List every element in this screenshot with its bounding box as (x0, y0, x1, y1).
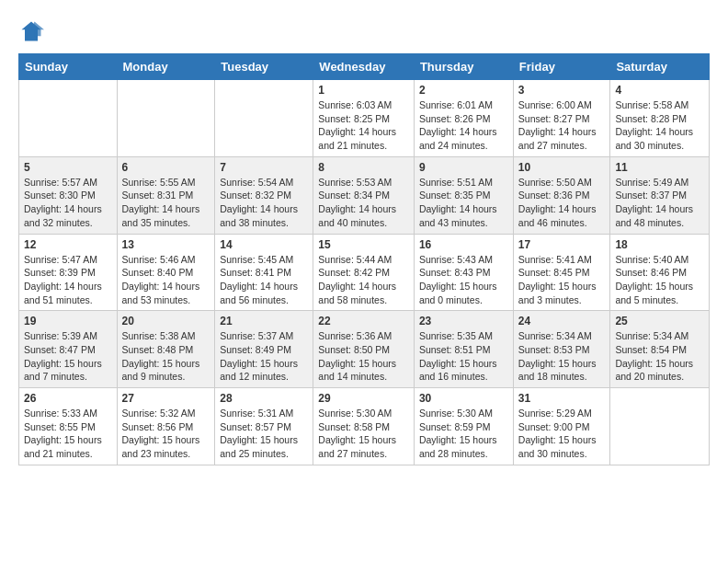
day-number: 13 (122, 238, 210, 251)
calendar-cell: 4Sunrise: 5:58 AM Sunset: 8:28 PM Daylig… (610, 80, 710, 157)
calendar-cell: 20Sunrise: 5:38 AM Sunset: 8:48 PM Dayli… (117, 311, 215, 388)
logo-icon (18, 18, 44, 44)
day-info: Sunrise: 5:36 AM Sunset: 8:50 PM Dayligh… (318, 329, 409, 384)
day-number: 24 (518, 315, 606, 327)
calendar-cell: 19Sunrise: 5:39 AM Sunset: 8:47 PM Dayli… (19, 311, 118, 388)
day-number: 14 (220, 238, 308, 251)
day-info: Sunrise: 5:29 AM Sunset: 9:00 PM Dayligh… (518, 407, 606, 461)
calendar-cell: 18Sunrise: 5:40 AM Sunset: 8:46 PM Dayli… (610, 234, 710, 311)
calendar-cell: 14Sunrise: 5:45 AM Sunset: 8:41 PM Dayli… (215, 234, 313, 311)
day-number: 8 (318, 161, 409, 174)
calendar-cell (610, 388, 710, 465)
day-info: Sunrise: 5:32 AM Sunset: 8:56 PM Dayligh… (122, 407, 210, 461)
calendar-cell (215, 80, 313, 157)
day-number: 29 (318, 392, 409, 405)
day-number: 4 (615, 84, 704, 97)
day-info: Sunrise: 6:00 AM Sunset: 8:27 PM Dayligh… (518, 98, 606, 153)
day-info: Sunrise: 5:44 AM Sunset: 8:42 PM Dayligh… (318, 253, 409, 307)
calendar-cell: 23Sunrise: 5:35 AM Sunset: 8:51 PM Dayli… (414, 311, 513, 388)
day-info: Sunrise: 5:30 AM Sunset: 8:58 PM Dayligh… (318, 407, 409, 461)
day-info: Sunrise: 5:35 AM Sunset: 8:51 PM Dayligh… (419, 329, 508, 384)
calendar-cell: 27Sunrise: 5:32 AM Sunset: 8:56 PM Dayli… (117, 388, 215, 465)
day-number: 19 (24, 315, 112, 327)
day-info: Sunrise: 5:34 AM Sunset: 8:54 PM Dayligh… (615, 329, 704, 384)
calendar-cell: 28Sunrise: 5:31 AM Sunset: 8:57 PM Dayli… (215, 388, 313, 465)
day-info: Sunrise: 5:49 AM Sunset: 8:37 PM Dayligh… (615, 176, 704, 230)
calendar-cell: 16Sunrise: 5:43 AM Sunset: 8:43 PM Dayli… (414, 234, 513, 311)
day-number: 15 (318, 238, 409, 251)
day-number: 11 (615, 161, 704, 174)
day-number: 30 (419, 392, 508, 405)
calendar-cell: 24Sunrise: 5:34 AM Sunset: 8:53 PM Dayli… (513, 311, 610, 388)
calendar-cell: 29Sunrise: 5:30 AM Sunset: 8:58 PM Dayli… (313, 388, 415, 465)
day-info: Sunrise: 5:47 AM Sunset: 8:39 PM Dayligh… (24, 253, 112, 307)
header-saturday: Saturday (610, 54, 710, 80)
day-info: Sunrise: 5:46 AM Sunset: 8:40 PM Dayligh… (122, 253, 210, 307)
day-info: Sunrise: 5:33 AM Sunset: 8:55 PM Dayligh… (24, 407, 112, 461)
header-monday: Monday (117, 54, 215, 80)
day-info: Sunrise: 5:50 AM Sunset: 8:36 PM Dayligh… (518, 176, 606, 230)
calendar-cell: 1Sunrise: 6:03 AM Sunset: 8:25 PM Daylig… (313, 80, 415, 157)
calendar-cell: 6Sunrise: 5:55 AM Sunset: 8:31 PM Daylig… (117, 156, 215, 234)
calendar-week-row: 12Sunrise: 5:47 AM Sunset: 8:39 PM Dayli… (19, 234, 710, 311)
calendar-cell: 2Sunrise: 6:01 AM Sunset: 8:26 PM Daylig… (414, 80, 513, 157)
day-number: 18 (615, 238, 704, 251)
calendar-week-row: 1Sunrise: 6:03 AM Sunset: 8:25 PM Daylig… (19, 80, 710, 157)
calendar-cell: 11Sunrise: 5:49 AM Sunset: 8:37 PM Dayli… (610, 156, 710, 234)
day-info: Sunrise: 5:31 AM Sunset: 8:57 PM Dayligh… (220, 407, 308, 461)
day-number: 31 (518, 392, 606, 405)
day-number: 26 (24, 392, 112, 405)
day-number: 10 (518, 161, 606, 174)
day-number: 1 (318, 84, 409, 97)
calendar-cell: 22Sunrise: 5:36 AM Sunset: 8:50 PM Dayli… (313, 311, 415, 388)
calendar-cell: 30Sunrise: 5:30 AM Sunset: 8:59 PM Dayli… (414, 388, 513, 465)
calendar-cell: 8Sunrise: 5:53 AM Sunset: 8:34 PM Daylig… (313, 156, 415, 234)
calendar-week-row: 26Sunrise: 5:33 AM Sunset: 8:55 PM Dayli… (19, 388, 710, 465)
calendar-cell: 7Sunrise: 5:54 AM Sunset: 8:32 PM Daylig… (215, 156, 313, 234)
calendar-cell: 21Sunrise: 5:37 AM Sunset: 8:49 PM Dayli… (215, 311, 313, 388)
day-info: Sunrise: 5:39 AM Sunset: 8:47 PM Dayligh… (24, 329, 112, 384)
day-info: Sunrise: 5:53 AM Sunset: 8:34 PM Dayligh… (318, 176, 409, 230)
day-number: 23 (419, 315, 508, 327)
calendar-cell: 10Sunrise: 5:50 AM Sunset: 8:36 PM Dayli… (513, 156, 610, 234)
calendar-cell: 3Sunrise: 6:00 AM Sunset: 8:27 PM Daylig… (513, 80, 610, 157)
day-number: 20 (122, 315, 210, 327)
day-info: Sunrise: 5:55 AM Sunset: 8:31 PM Dayligh… (122, 176, 210, 230)
day-info: Sunrise: 6:03 AM Sunset: 8:25 PM Dayligh… (318, 98, 409, 153)
day-info: Sunrise: 6:01 AM Sunset: 8:26 PM Dayligh… (419, 98, 508, 153)
calendar-week-row: 19Sunrise: 5:39 AM Sunset: 8:47 PM Dayli… (19, 311, 710, 388)
day-info: Sunrise: 5:57 AM Sunset: 8:30 PM Dayligh… (24, 176, 112, 230)
calendar-cell: 26Sunrise: 5:33 AM Sunset: 8:55 PM Dayli… (19, 388, 118, 465)
day-number: 16 (419, 238, 508, 251)
day-number: 25 (615, 315, 704, 327)
header-sunday: Sunday (19, 54, 118, 80)
day-number: 9 (419, 161, 508, 174)
day-info: Sunrise: 5:30 AM Sunset: 8:59 PM Dayligh… (419, 407, 508, 461)
calendar-cell: 5Sunrise: 5:57 AM Sunset: 8:30 PM Daylig… (19, 156, 118, 234)
day-info: Sunrise: 5:54 AM Sunset: 8:32 PM Dayligh… (220, 176, 308, 230)
day-number: 5 (24, 161, 112, 174)
day-info: Sunrise: 5:40 AM Sunset: 8:46 PM Dayligh… (615, 253, 704, 307)
day-info: Sunrise: 5:51 AM Sunset: 8:35 PM Dayligh… (419, 176, 508, 230)
header-thursday: Thursday (414, 54, 513, 80)
day-info: Sunrise: 5:38 AM Sunset: 8:48 PM Dayligh… (122, 329, 210, 384)
day-number: 22 (318, 315, 409, 327)
day-number: 7 (220, 161, 308, 174)
day-number: 2 (419, 84, 508, 97)
day-number: 17 (518, 238, 606, 251)
day-number: 28 (220, 392, 308, 405)
day-number: 3 (518, 84, 606, 97)
day-info: Sunrise: 5:58 AM Sunset: 8:28 PM Dayligh… (615, 98, 704, 153)
day-info: Sunrise: 5:37 AM Sunset: 8:49 PM Dayligh… (220, 329, 308, 384)
day-number: 12 (24, 238, 112, 251)
calendar-cell: 15Sunrise: 5:44 AM Sunset: 8:42 PM Dayli… (313, 234, 415, 311)
page-header (18, 18, 710, 44)
calendar-cell: 12Sunrise: 5:47 AM Sunset: 8:39 PM Dayli… (19, 234, 118, 311)
logo (18, 18, 48, 44)
header-wednesday: Wednesday (313, 54, 415, 80)
day-info: Sunrise: 5:41 AM Sunset: 8:45 PM Dayligh… (518, 253, 606, 307)
day-info: Sunrise: 5:45 AM Sunset: 8:41 PM Dayligh… (220, 253, 308, 307)
calendar-cell: 31Sunrise: 5:29 AM Sunset: 9:00 PM Dayli… (513, 388, 610, 465)
calendar-cell: 17Sunrise: 5:41 AM Sunset: 8:45 PM Dayli… (513, 234, 610, 311)
day-number: 21 (220, 315, 308, 327)
